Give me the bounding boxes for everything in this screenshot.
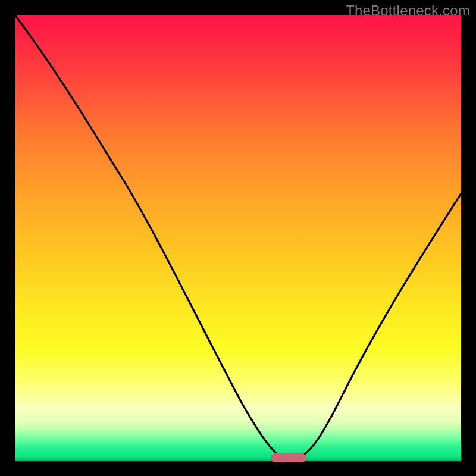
bottleneck-curve — [15, 15, 461, 461]
watermark-label: TheBottleneck.com — [346, 2, 470, 19]
chart-stage: TheBottleneck.com — [0, 0, 476, 476]
curve-path — [15, 15, 461, 460]
optimal-range-marker — [271, 453, 306, 462]
plot-area — [15, 15, 461, 461]
